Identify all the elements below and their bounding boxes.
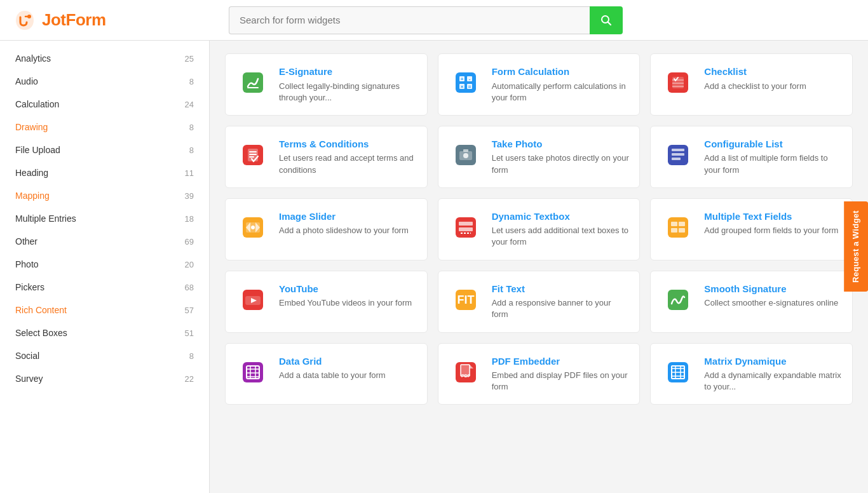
widget-info: Image Slider Add a photo slideshow to yo… [279, 210, 417, 237]
svg-rect-42 [668, 217, 688, 238]
sidebar-item-label: File Upload [15, 145, 60, 155]
sidebar-item-file-upload[interactable]: File Upload 8 [0, 138, 209, 161]
sidebar-item-count: 18 [185, 214, 194, 224]
widget-icon: +-×= [449, 65, 483, 100]
widget-card-form-calculation[interactable]: +-×= Form Calculation Automatically perf… [438, 53, 641, 116]
widget-icon [236, 138, 270, 172]
sidebar-item-photo[interactable]: Photo 20 [0, 253, 209, 276]
widget-info: Dynamic Textbox Let users add additional… [492, 210, 630, 248]
widget-card-dynamic-textbox[interactable]: Dynamic Textbox Let users add additional… [438, 198, 641, 260]
sidebar-item-drawing[interactable]: Drawing 8 [0, 116, 209, 138]
search-input[interactable] [229, 6, 590, 34]
widget-info: E-Signature Collect legally-binding sign… [279, 65, 417, 104]
request-widget-wrapper[interactable]: Request a Widget [844, 201, 868, 292]
widget-icon [236, 355, 270, 389]
widget-title: Data Grid [279, 355, 417, 368]
svg-text:=: = [468, 84, 471, 90]
svg-rect-52 [668, 290, 688, 310]
svg-rect-45 [671, 228, 677, 233]
widget-card-terms--conditions[interactable]: Terms & Conditions Let users read and ac… [225, 126, 428, 188]
header: JotForm [0, 0, 868, 41]
svg-rect-40 [459, 227, 473, 231]
sidebar-item-label: Other [15, 236, 37, 246]
widget-desc: Add grouped form fields to your form [704, 225, 842, 236]
widget-title: Multiple Text Fields [704, 210, 842, 223]
layout: Analytics 25 Audio 8 Calculation 24 Draw… [0, 41, 868, 493]
widget-info: PDF Embedder Embed and display PDF files… [492, 355, 630, 393]
sidebar-item-label: Select Boxes [15, 328, 67, 338]
widget-info: Smooth Signature Collect smoother e-sign… [704, 283, 842, 309]
svg-text:PDF: PDF [461, 374, 471, 378]
sidebar-item-survey[interactable]: Survey 22 [0, 367, 209, 390]
sidebar-item-audio[interactable]: Audio 8 [0, 70, 209, 93]
sidebar-item-analytics[interactable]: Analytics 25 [0, 47, 209, 70]
sidebar-item-count: 11 [185, 168, 194, 178]
sidebar-item-calculation[interactable]: Calculation 24 [0, 93, 209, 116]
widget-card-configurable-list[interactable]: Configurable List Add a list of multiple… [650, 126, 853, 188]
sidebar-item-label: Rich Content [15, 305, 67, 315]
widget-desc: Add a responsive banner to your form [492, 297, 630, 320]
widget-desc: Add a list of multiple form fields to yo… [704, 152, 842, 175]
sidebar-item-multiple-entries[interactable]: Multiple Entries 18 [0, 207, 209, 230]
sidebar-item-count: 69 [185, 237, 194, 246]
sidebar-item-count: 22 [185, 374, 194, 384]
sidebar-item-label: Audio [15, 76, 38, 86]
widget-title: Checklist [704, 65, 842, 78]
logo-area: JotForm [13, 8, 229, 32]
svg-text:×: × [460, 84, 463, 90]
widget-info: Form Calculation Automatically perform c… [492, 65, 630, 104]
sidebar-item-social[interactable]: Social 8 [0, 344, 209, 367]
sidebar-item-count: 51 [185, 328, 194, 338]
search-button[interactable] [590, 6, 623, 34]
sidebar-item-count: 68 [185, 283, 194, 292]
widget-card-matrix-dynamique[interactable]: Matrix Dynamique Add a dynamically expan… [650, 343, 853, 405]
widget-card-smooth-signature[interactable]: Smooth Signature Collect smoother e-sign… [650, 271, 853, 333]
svg-point-37 [251, 226, 255, 229]
widget-card-image-slider[interactable]: Image Slider Add a photo slideshow to yo… [225, 198, 428, 260]
svg-text:+: + [460, 76, 463, 82]
widget-card-youtube[interactable]: YouTube Embed YouTube videos in your for… [225, 271, 428, 333]
widget-card-fit-text[interactable]: FIT Fit Text Add a responsive banner to … [438, 271, 641, 333]
sidebar-item-pickers[interactable]: Pickers 68 [0, 276, 209, 299]
widget-desc: Add a checklist to your form [704, 81, 842, 92]
sidebar-item-count: 8 [189, 145, 194, 155]
sidebar-item-count: 25 [185, 54, 194, 64]
widget-desc: Automatically perform calculations in yo… [492, 81, 630, 104]
sidebar-item-other[interactable]: Other 69 [0, 230, 209, 253]
widget-desc: Add a data table to your form [279, 370, 417, 381]
widget-card-checklist[interactable]: Checklist Add a checklist to your form [650, 53, 853, 116]
svg-rect-43 [671, 222, 677, 226]
sidebar-item-count: 20 [185, 260, 194, 269]
widget-card-pdf-embedder[interactable]: PDF PDF Embedder Embed and display PDF f… [438, 343, 641, 405]
sidebar-item-heading[interactable]: Heading 11 [0, 161, 209, 184]
widget-info: YouTube Embed YouTube videos in your for… [279, 283, 417, 309]
sidebar-item-rich-content[interactable]: Rich Content 57 [0, 299, 209, 321]
search-area [229, 6, 623, 34]
sidebar-item-label: Drawing [15, 122, 48, 132]
widget-card-take-photo[interactable]: Take Photo Let users take photos directl… [438, 126, 641, 188]
sidebar-item-label: Heading [15, 168, 48, 178]
widget-desc: Collect legally-binding signatures throu… [279, 81, 417, 104]
widget-icon: FIT [449, 283, 483, 317]
widget-card-e-signature[interactable]: E-Signature Collect legally-binding sign… [225, 53, 428, 116]
sidebar-item-label: Pickers [15, 282, 44, 292]
svg-rect-39 [459, 222, 473, 226]
sidebar-item-label: Analytics [15, 53, 51, 64]
svg-text:FIT: FIT [457, 294, 474, 306]
sidebar-item-select-boxes[interactable]: Select Boxes 51 [0, 321, 209, 344]
widget-icon [661, 65, 695, 100]
svg-rect-31 [672, 153, 684, 156]
sidebar-item-count: 39 [185, 191, 194, 201]
widget-icon: PDF [449, 355, 483, 389]
widget-info: Configurable List Add a list of multiple… [704, 138, 842, 176]
widget-card-data-grid[interactable]: Data Grid Add a data table to your form [225, 343, 428, 405]
widget-icon [236, 283, 270, 317]
sidebar-item-mapping[interactable]: Mapping 39 [0, 184, 209, 207]
widget-card-multiple-text-fields[interactable]: Multiple Text Fields Add grouped form fi… [650, 198, 853, 260]
request-widget-tab[interactable]: Request a Widget [844, 201, 868, 292]
widget-info: Take Photo Let users take photos directl… [492, 138, 630, 176]
widget-desc: Add a photo slideshow to your form [279, 225, 417, 236]
widget-icon [236, 210, 270, 245]
svg-line-3 [608, 22, 611, 25]
svg-rect-53 [243, 362, 263, 382]
